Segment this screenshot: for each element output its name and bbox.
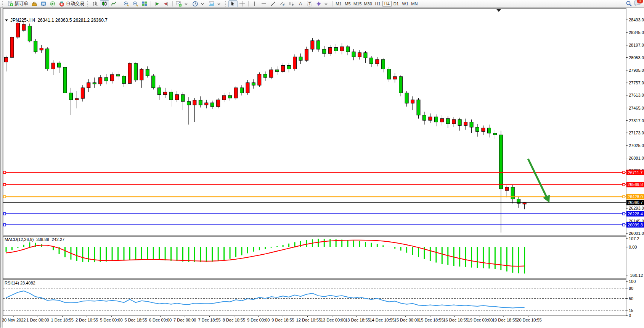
- time-tick-label: 6 Dec 09:00: [149, 318, 172, 322]
- candle: [523, 202, 526, 204]
- zoom-out-button[interactable]: [131, 0, 140, 7]
- zoom-in-button[interactable]: [122, 0, 131, 7]
- chart-canvas[interactable]: 28493.028345.028197.028053.027905.027757…: [0, 8, 644, 328]
- chart-shift-button[interactable]: [162, 0, 171, 7]
- candle: [505, 187, 509, 191]
- time-axis[interactable]: 30 Nov 20221 Dec 00:001 Dec 18:552 Dec 1…: [2, 316, 542, 322]
- timeframe-h4[interactable]: H4: [382, 1, 392, 7]
- indicators-button[interactable]: [174, 0, 191, 7]
- svg-text:E: E: [283, 4, 285, 6]
- price-tick-label: 28053.0: [629, 55, 644, 60]
- time-tick-label: 14 Dec 10:55: [370, 318, 395, 322]
- search-icon[interactable]: [626, 1, 632, 7]
- fibonacci-tool-button[interactable]: F: [287, 0, 296, 7]
- arrows-tool-button[interactable]: [314, 0, 331, 7]
- templates-button[interactable]: [207, 0, 223, 7]
- bar-chart-button[interactable]: [91, 0, 100, 7]
- candlestick-chart-icon: [101, 1, 108, 7]
- equidistant-channel-tool-button[interactable]: E: [278, 0, 287, 7]
- crosshair-tool-button[interactable]: [238, 0, 247, 7]
- signals-button[interactable]: [48, 0, 57, 7]
- timeframe-m15[interactable]: M15: [352, 1, 363, 7]
- price-tick-label: 27757.0: [629, 81, 644, 85]
- vertical-line-tool-button[interactable]: [250, 0, 259, 7]
- candle: [305, 49, 308, 60]
- candle: [387, 69, 391, 79]
- trendline-tool-button[interactable]: [268, 0, 278, 7]
- macd-tick-label: 107.2: [629, 236, 639, 241]
- timeframe-m30[interactable]: M30: [363, 1, 373, 7]
- trendline-icon: [270, 1, 276, 7]
- price-tick-label: 28493.0: [629, 18, 644, 22]
- candle: [75, 99, 79, 100]
- timeframe-h1[interactable]: H1: [373, 1, 382, 7]
- svg-text:F: F: [292, 3, 294, 7]
- candle: [234, 88, 238, 98]
- svg-text:26711.7: 26711.7: [628, 170, 643, 175]
- publisher-button[interactable]: [39, 0, 48, 7]
- candle: [5, 57, 8, 62]
- timeframe-w1[interactable]: W1: [401, 1, 410, 7]
- price-tick-label: 26881.0: [629, 156, 644, 160]
- candle: [440, 119, 444, 122]
- macd-tick-label: 0.00: [629, 245, 637, 249]
- candle: [111, 74, 114, 81]
- candle: [187, 102, 190, 105]
- candle: [252, 82, 255, 85]
- price-pane[interactable]: [3, 8, 626, 235]
- price-tick-label: 27317.0: [629, 118, 644, 123]
- timeframe-mn[interactable]: MN: [410, 1, 419, 7]
- candle: [140, 69, 143, 80]
- line-chart-button[interactable]: [109, 0, 118, 7]
- candle: [434, 117, 438, 122]
- candle: [40, 48, 43, 50]
- candle: [346, 47, 350, 52]
- tile-windows-button[interactable]: [140, 0, 149, 7]
- timeframe-m1[interactable]: M1: [334, 1, 343, 7]
- time-tick-label: 5 Dec 00:00: [100, 318, 122, 322]
- toolbar-separator: [120, 1, 120, 6]
- candle: [293, 57, 297, 69]
- time-tick-label: 12 Dec 10:55: [296, 318, 321, 322]
- symbol-dropdown-icon[interactable]: [5, 19, 8, 21]
- toolbar-grip: [87, 1, 89, 6]
- price-tick-label: 28197.0: [629, 43, 644, 47]
- line-chart-icon: [111, 1, 117, 7]
- time-tick-label: 15 Dec 00:00: [394, 318, 419, 322]
- cursor-tool-button[interactable]: [228, 0, 238, 7]
- time-tick-label: 1 Dec 00:00: [26, 318, 49, 322]
- periods-icon: [192, 1, 198, 7]
- text-tool-button[interactable]: A: [296, 0, 305, 7]
- periods-button[interactable]: [191, 0, 207, 7]
- svg-text:26360.7: 26360.7: [628, 200, 643, 205]
- candle: [58, 63, 61, 67]
- timeframe-m5[interactable]: M5: [343, 1, 352, 7]
- candle: [222, 95, 226, 100]
- horizontal-line-tool-button[interactable]: [259, 0, 268, 7]
- timeframe-d1[interactable]: D1: [392, 1, 401, 7]
- new-order-button[interactable]: 新订单: [6, 0, 30, 7]
- time-tick-label: 13 Dec 00:00: [321, 318, 345, 322]
- cursor-icon: [230, 1, 236, 7]
- new-order-label: 新订单: [14, 0, 28, 7]
- candle: [511, 187, 514, 199]
- candle: [323, 49, 326, 53]
- price-tick-label: 27905.0: [629, 68, 644, 73]
- candle: [275, 70, 279, 71]
- time-tick-label: 7 Dec 00:00: [173, 318, 196, 322]
- vertical-line-icon: [252, 1, 258, 7]
- deposit-button[interactable]: [30, 0, 39, 7]
- candlestick-chart-button[interactable]: [100, 0, 109, 7]
- toolbar-separator: [248, 1, 249, 6]
- candle: [146, 69, 149, 76]
- text-label-tool-button[interactable]: T: [305, 0, 314, 7]
- autotrading-button[interactable]: 自动交易: [57, 0, 86, 7]
- auto-scroll-button[interactable]: [153, 0, 162, 7]
- auto-scroll-icon: [154, 1, 160, 7]
- time-tick-label: 8 Dec 10:55: [223, 318, 245, 322]
- chat-button[interactable]: 1: [634, 0, 641, 7]
- candle: [246, 82, 249, 93]
- candle: [517, 199, 520, 203]
- templates-icon: [209, 1, 215, 7]
- rsi-tick-label: 100: [629, 279, 636, 284]
